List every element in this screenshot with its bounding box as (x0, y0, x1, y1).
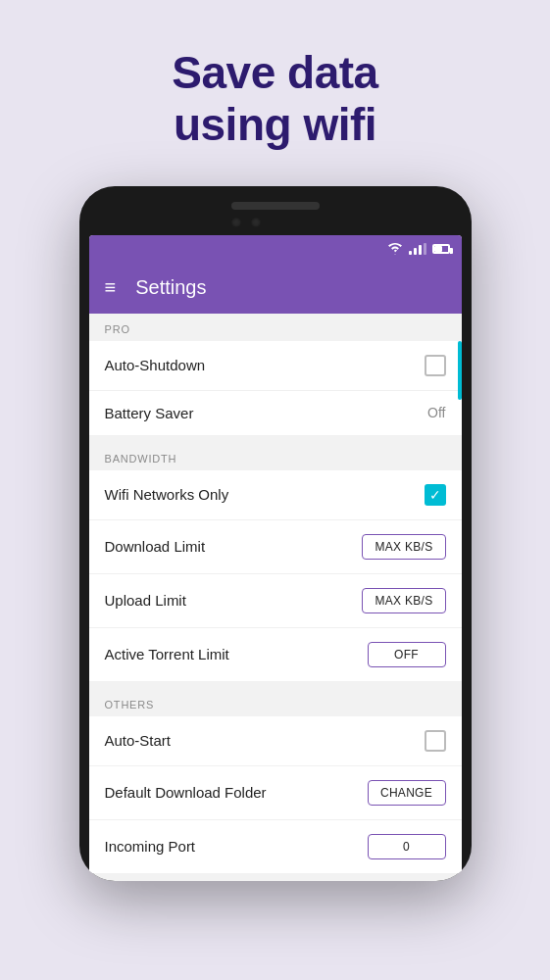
section-header-others: OTHERS (89, 689, 462, 716)
checkbox-auto-start[interactable] (425, 730, 446, 752)
wifi-icon (387, 243, 403, 255)
row-active-torrent[interactable]: Active Torrent Limit OFF (89, 628, 462, 681)
phone-cameras (231, 218, 261, 227)
btn-download-limit[interactable]: MAX KB/S (362, 534, 445, 560)
label-active-torrent: Active Torrent Limit (105, 646, 229, 662)
section-header-pro: PRO (89, 314, 462, 341)
app-bar-title: Settings (135, 276, 206, 299)
row-upload-limit[interactable]: Upload Limit MAX KB/S (89, 574, 462, 628)
row-auto-start[interactable]: Auto-Start (89, 716, 462, 766)
row-wifi-only[interactable]: Wifi Networks Only ✓ (89, 470, 462, 520)
scrollbar (458, 341, 462, 400)
settings-content: PRO Auto-Shutdown Battery Saver Off BAND… (89, 314, 462, 873)
status-bar (89, 235, 462, 263)
row-download-folder[interactable]: Default Download Folder CHANGE (89, 766, 462, 820)
battery-icon (432, 244, 450, 254)
value-battery-saver: Off (427, 405, 445, 420)
label-auto-start: Auto-Start (105, 732, 172, 749)
phone-mockup: ≡ Settings PRO Auto-Shutdown Battery Sav… (79, 186, 472, 881)
phone-top-bar (89, 202, 462, 235)
section-header-bandwidth: BANDWIDTH (89, 443, 462, 470)
phone-screen: ≡ Settings PRO Auto-Shutdown Battery Sav… (89, 235, 462, 881)
row-battery-saver[interactable]: Battery Saver Off (89, 391, 462, 435)
label-download-folder: Default Download Folder (105, 784, 267, 801)
phone-camera-right (251, 218, 261, 227)
section-pro: Auto-Shutdown Battery Saver Off (89, 341, 462, 435)
hero-section: Save data using wifi (172, 0, 377, 151)
row-download-limit[interactable]: Download Limit MAX KB/S (89, 520, 462, 574)
checkbox-auto-shutdown[interactable] (425, 355, 446, 376)
btn-change-folder[interactable]: CHANGE (368, 780, 446, 806)
label-upload-limit: Upload Limit (105, 592, 186, 609)
phone-speaker (231, 202, 320, 210)
label-incoming-port: Incoming Port (105, 838, 196, 855)
row-incoming-port[interactable]: Incoming Port 0 (89, 820, 462, 873)
label-download-limit: Download Limit (105, 538, 206, 555)
signal-icon (409, 243, 426, 255)
label-auto-shutdown: Auto-Shutdown (105, 357, 206, 373)
hamburger-icon[interactable]: ≡ (105, 276, 117, 299)
label-wifi-only: Wifi Networks Only (105, 486, 229, 503)
app-bar: ≡ Settings (89, 263, 462, 314)
section-others: Auto-Start Default Download Folder CHANG… (89, 716, 462, 873)
section-bandwidth: Wifi Networks Only ✓ Download Limit MAX … (89, 470, 462, 681)
phone-camera-left (231, 218, 241, 227)
row-auto-shutdown[interactable]: Auto-Shutdown (89, 341, 462, 391)
hero-title: Save data using wifi (172, 47, 377, 151)
btn-incoming-port[interactable]: 0 (368, 834, 446, 859)
checkbox-wifi-only[interactable]: ✓ (425, 484, 446, 506)
btn-active-torrent[interactable]: OFF (368, 642, 446, 667)
label-battery-saver: Battery Saver (105, 405, 194, 421)
btn-upload-limit[interactable]: MAX KB/S (362, 588, 445, 613)
